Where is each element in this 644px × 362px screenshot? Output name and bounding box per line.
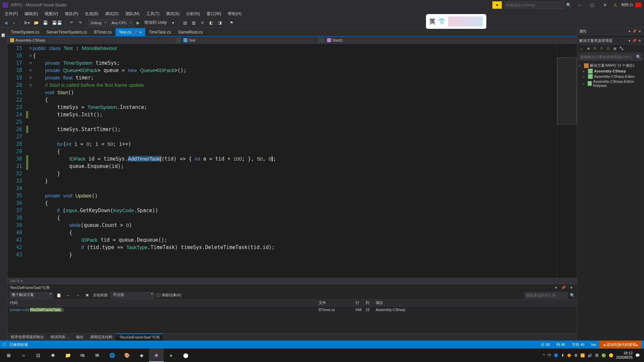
play-icon[interactable]: ▶ <box>135 19 142 26</box>
tray-icon-1[interactable]: 🛡 <box>547 353 551 357</box>
sol-back-icon[interactable]: ◀ <box>585 46 591 51</box>
task-vs[interactable]: ◆ <box>149 349 164 362</box>
find-copy-icon[interactable]: 📋 <box>55 292 63 299</box>
project-csharp[interactable]: ▸Assembly-CSharp <box>577 68 644 74</box>
tray-icon-4[interactable]: 🔶 <box>567 353 572 358</box>
user-label[interactable]: 翱翔 白 <box>621 2 633 7</box>
server-explorer-tab[interactable]: 服务器资源管理器 <box>0 28 6 33</box>
start-button[interactable]: ⊞ <box>1 349 16 362</box>
save-all-button[interactable]: 💾💾 <box>51 19 63 26</box>
toolbar-btn-1[interactable]: ▤ <box>181 19 189 26</box>
sol-sync-icon[interactable]: ⟲ <box>592 46 597 51</box>
btab-output[interactable]: 输出 <box>73 334 87 340</box>
col-col[interactable]: 列 <box>363 300 373 305</box>
find-group-dropdown[interactable]: 不分组 <box>111 292 154 299</box>
prop-dropdown-icon[interactable]: ▾ <box>628 29 631 33</box>
sol-collapse-icon[interactable]: ▣ <box>612 46 618 51</box>
tray-icon-5[interactable]: ⚙ <box>574 353 578 358</box>
prop-pin-icon[interactable]: 📌 <box>631 29 637 33</box>
code-area[interactable]: public class Test : MonoBehaviour { priv… <box>33 44 557 278</box>
find-keep-checkbox[interactable]: 保留结果(K) <box>156 293 181 298</box>
menu-edit[interactable]: 编辑(E) <box>22 10 41 17</box>
menu-help[interactable]: 帮助(H) <box>225 10 244 17</box>
tray-ime-icon[interactable]: 英 <box>595 353 599 358</box>
panel-dropdown-icon[interactable]: ▾ <box>553 286 559 290</box>
find-result-row[interactable]: private void RecDelFrameTask() BTimer.cs… <box>7 306 577 313</box>
menu-debug[interactable]: 调试(D) <box>102 10 121 17</box>
find-prev-icon[interactable]: ← <box>65 292 72 299</box>
toolbar-flag-icon[interactable]: ⚑ <box>228 19 235 26</box>
tab-btimer[interactable]: BTimer.cs <box>91 28 115 36</box>
menu-test[interactable]: 测试(S) <box>163 10 182 17</box>
prop-close-icon[interactable]: ✕ <box>637 29 642 33</box>
taskview-icon[interactable]: ⊡ <box>31 349 46 362</box>
find-clear-icon[interactable]: ✖ <box>84 292 91 299</box>
attach-unity-button[interactable]: 附加到 Unity <box>143 19 168 26</box>
tray-volume-icon[interactable]: 🔊 <box>588 353 592 358</box>
attach-dropdown-icon[interactable]: ▾ <box>169 19 177 26</box>
cortana-icon[interactable]: ○ <box>16 349 31 362</box>
toolbar-btn-5[interactable]: ◨ <box>216 19 223 26</box>
sol-home-icon[interactable]: ⌂ <box>579 46 584 51</box>
bc-method[interactable]: Start() <box>324 38 345 42</box>
project-editor[interactable]: ▸Assembly-CSharp-Editor <box>577 74 644 79</box>
menu-analyze[interactable]: 分析(N) <box>183 10 203 17</box>
zoom-level[interactable]: 144 % <box>10 279 19 283</box>
tab-timetask[interactable]: TimeTask.cs <box>146 28 175 36</box>
menu-project[interactable]: 项目(P) <box>62 10 81 17</box>
tab-timersystem[interactable]: TimerSystem.cs <box>7 28 43 36</box>
menu-window[interactable]: 窗口(W) <box>204 10 224 17</box>
tray-icon-6[interactable]: 📶 <box>580 353 585 358</box>
quick-launch-input[interactable] <box>504 1 564 9</box>
platform-dropdown[interactable]: Any CPU <box>109 19 133 26</box>
open-button[interactable]: 📂 <box>33 19 40 26</box>
new-item-button[interactable]: 🗎▾ <box>22 19 31 26</box>
close-button[interactable]: ✕ <box>599 0 611 10</box>
btab-findrefs[interactable]: "RecDelFrameTask"引用 <box>116 334 163 341</box>
config-dropdown[interactable]: Debug <box>88 19 108 26</box>
pin-icon[interactable]: 📌 <box>133 31 137 34</box>
system-tray[interactable]: ^ 🛡 🔵 ⬇ 🔶 ⚙ 📶 🔊 英 🟢 🟡 18:12 2020/8/25 💬 <box>543 351 643 360</box>
tab-test[interactable]: Test.cs📌✕ <box>115 28 145 36</box>
btab-errors[interactable]: 错误列表 ... <box>47 334 73 340</box>
tray-icon-2[interactable]: 🔵 <box>554 353 558 358</box>
btab-callhier[interactable]: 调用层次结构 <box>87 334 116 340</box>
task-explorer[interactable]: 📁 <box>60 349 75 362</box>
col-code[interactable]: 代码 <box>7 300 316 305</box>
nav-forward-button[interactable]: ▸ <box>11 19 18 26</box>
col-line[interactable]: 行 <box>353 300 363 305</box>
nav-back-button[interactable]: ◀ <box>2 19 9 26</box>
project-editor-firstpass[interactable]: ▸Assembly-CSharp-Editor-firstpass <box>577 79 644 88</box>
btab-package[interactable]: 程序包管理器控制台 <box>7 334 47 340</box>
task-app-1[interactable]: ❋ <box>46 349 60 362</box>
task-app-4[interactable]: ● <box>164 349 178 362</box>
task-mail[interactable]: ✉ <box>90 349 105 362</box>
redo-button[interactable]: ↷ <box>76 19 84 26</box>
bc-project[interactable]: Assembly-CSharp <box>7 38 48 42</box>
solution-search[interactable]: 🔍 <box>579 53 643 61</box>
minimap[interactable] <box>557 44 577 278</box>
tray-icon-8[interactable]: 🟡 <box>609 353 613 358</box>
solution-root[interactable]: ▸解决方案'ARPG' (3 个项目) <box>577 63 644 68</box>
task-store[interactable]: 🛍 <box>75 349 90 362</box>
sol-pin-icon[interactable]: 📌 <box>631 39 637 43</box>
sol-search-icon[interactable]: 🔍 <box>635 55 642 59</box>
fold-column[interactable]: ⊟ ⊟ ⊟ ⊟ ⊟ ⊟ <box>28 44 33 278</box>
notifications-flag-icon[interactable]: ▾ <box>492 1 502 9</box>
tray-up-icon[interactable]: ^ <box>543 353 545 357</box>
menu-build[interactable]: 生成(B) <box>82 10 101 17</box>
tray-notifs-icon[interactable]: 💬 <box>635 353 640 358</box>
minimize-button[interactable]: ─ <box>573 0 586 10</box>
menu-view[interactable]: 视图(V) <box>42 10 61 17</box>
solution-search-input[interactable] <box>579 55 635 59</box>
taskbar-clock[interactable]: 18:12 2020/8/25 <box>616 351 633 360</box>
toolbar-btn-2[interactable]: ▥ <box>190 19 197 26</box>
col-file[interactable]: 文件 <box>316 300 353 305</box>
sol-close-icon[interactable]: ✕ <box>637 39 642 43</box>
task-obs[interactable]: ⬤ <box>178 349 193 362</box>
close-tab-icon[interactable]: ✕ <box>139 31 142 34</box>
menu-tool[interactable]: 工具(T) <box>144 10 162 17</box>
toolbar-btn-4[interactable]: ◧ <box>207 19 215 26</box>
task-app-3[interactable]: ◈ <box>134 349 149 362</box>
status-git[interactable]: ▲ 添加到源代码管理 ▴ <box>599 341 641 349</box>
